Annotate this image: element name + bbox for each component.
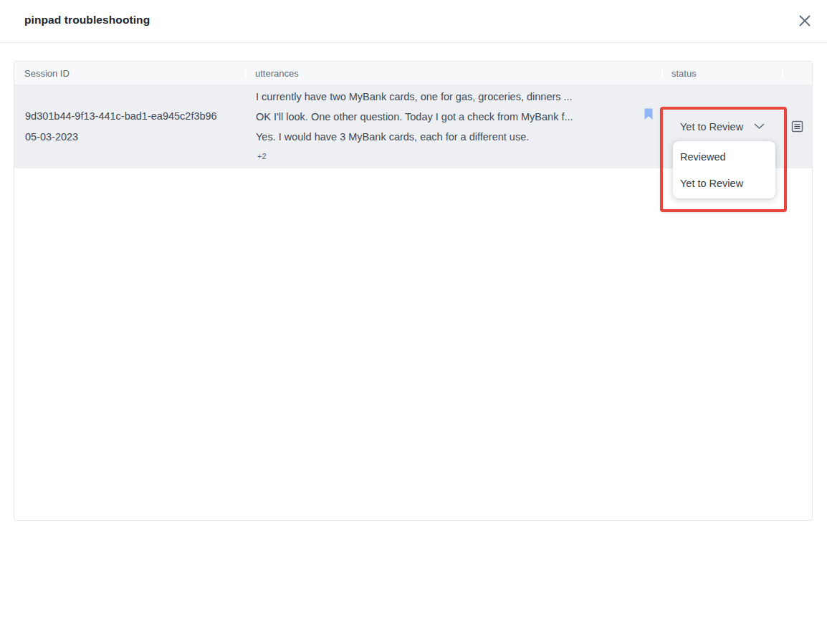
- actions-cell: [782, 85, 812, 168]
- status-option-yet-to-review[interactable]: Yet to Review: [673, 170, 775, 196]
- close-button[interactable]: [793, 9, 817, 33]
- session-id: 9d301b44-9f13-441c-bad1-ea945c2f3b96: [25, 106, 245, 127]
- column-header-actions: [782, 62, 812, 85]
- document-icon: [791, 120, 803, 133]
- more-utterances-count[interactable]: +2: [256, 150, 661, 162]
- utterances-cell: I currently have two MyBank cards, one f…: [245, 85, 661, 168]
- modal-header: pinpad troubleshooting: [0, 0, 827, 43]
- page-title: pinpad troubleshooting: [24, 14, 150, 27]
- column-header-session-id: Session ID: [14, 62, 245, 85]
- bookmark-icon[interactable]: [644, 108, 654, 120]
- status-dropdown-menu: Reviewed Yet to Review: [673, 141, 775, 198]
- utterance-line: OK I'll look. One other question. Today …: [256, 107, 661, 127]
- session-id-cell: 9d301b44-9f13-441c-bad1-ea945c2f3b96 05-…: [14, 85, 245, 168]
- status-selected-value: Yet to Review: [680, 121, 743, 133]
- column-header-utterances: utterances: [245, 62, 661, 85]
- utterance-line: I currently have two MyBank cards, one f…: [256, 87, 661, 107]
- column-header-status: status: [661, 62, 782, 85]
- status-option-reviewed[interactable]: Reviewed: [673, 143, 775, 170]
- chevron-down-icon: [754, 123, 765, 130]
- table-header-row: Session ID utterances status: [14, 62, 812, 85]
- session-date: 05-03-2023: [25, 127, 245, 148]
- utterance-line: Yes. I would have 3 MyBank cards, each f…: [256, 127, 661, 147]
- sessions-table: Session ID utterances status 9d301b44-9f…: [14, 61, 813, 521]
- view-transcript-button[interactable]: [790, 119, 805, 134]
- session-review-modal: pinpad troubleshooting Session ID uttera…: [0, 0, 827, 644]
- status-select[interactable]: Yet to Review: [680, 121, 765, 133]
- close-icon: [798, 14, 811, 27]
